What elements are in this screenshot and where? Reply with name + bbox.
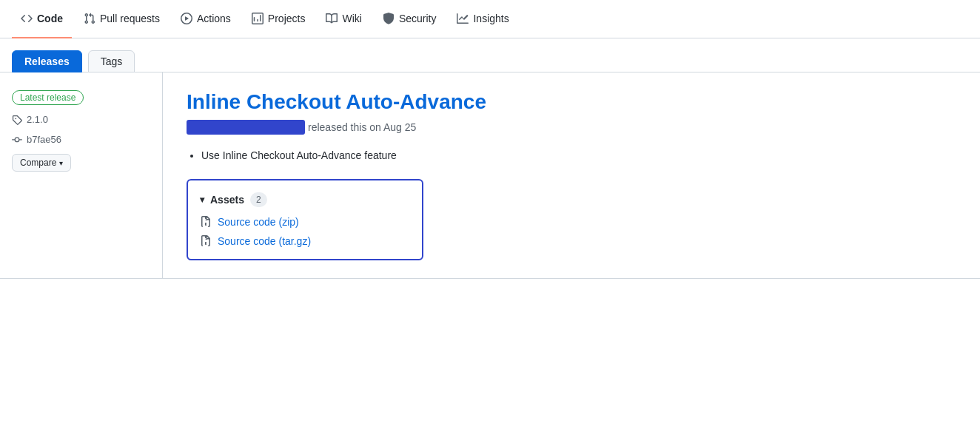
asset-label-zip: Source code (zip) xyxy=(218,216,299,228)
assets-chevron-icon: ▾ xyxy=(200,195,204,205)
compare-chevron-icon: ▾ xyxy=(59,159,63,167)
graph-icon xyxy=(457,13,469,24)
main-content: Latest release 2.1.0 b7fae56 Compare ▾ xyxy=(0,72,980,279)
top-nav: Code Pull requests Actions Projects xyxy=(0,0,980,38)
nav-label-security: Security xyxy=(399,13,437,24)
nav-item-projects[interactable]: Projects xyxy=(243,0,315,38)
sidebar: Latest release 2.1.0 b7fae56 Compare ▾ xyxy=(0,72,163,278)
nav-label-pull-requests: Pull requests xyxy=(100,13,160,24)
release-body: Use Inline Checkout Auto-Advance feature xyxy=(187,149,956,161)
play-icon xyxy=(181,13,192,24)
asset-item-targz[interactable]: Source code (tar.gz) xyxy=(200,235,410,247)
tag-icon xyxy=(12,115,22,125)
assets-list: Source code (zip) Source code (tar.gz) xyxy=(200,216,410,247)
assets-count-badge: 2 xyxy=(250,192,267,207)
assets-label: Assets xyxy=(210,194,244,206)
release-released-text: released this on Aug 25 xyxy=(308,121,416,133)
targz-file-icon xyxy=(200,235,212,247)
projects-icon xyxy=(252,13,264,24)
tag-version: 2.1.0 xyxy=(27,114,48,125)
release-body-item: Use Inline Checkout Auto-Advance feature xyxy=(201,149,956,161)
git-pull-request-icon xyxy=(84,13,95,24)
asset-label-targz: Source code (tar.gz) xyxy=(218,235,311,247)
release-body-list: Use Inline Checkout Auto-Advance feature xyxy=(187,149,956,161)
nav-label-code: Code xyxy=(37,13,63,24)
tab-releases[interactable]: Releases xyxy=(12,50,82,72)
shield-icon xyxy=(383,13,395,24)
assets-header[interactable]: ▾ Assets 2 xyxy=(200,192,410,207)
release-title: Inline Checkout Auto-Advance xyxy=(187,90,956,114)
nav-label-actions: Actions xyxy=(197,13,231,24)
latest-release-badge: Latest release xyxy=(12,90,150,105)
nav-item-security[interactable]: Security xyxy=(374,0,446,38)
compare-label: Compare xyxy=(20,158,56,168)
assets-box: ▾ Assets 2 Source code (zip) xyxy=(187,179,423,260)
nav-label-wiki: Wiki xyxy=(342,13,361,24)
commit-hash: b7fae56 xyxy=(27,134,61,145)
release-detail: Inline Checkout Auto-Advance released th… xyxy=(163,72,980,278)
commit-icon xyxy=(12,135,22,145)
nav-item-code[interactable]: Code xyxy=(12,0,72,38)
nav-item-pull-requests[interactable]: Pull requests xyxy=(75,0,169,38)
tabs-bar: Releases Tags xyxy=(0,38,980,72)
release-meta: released this on Aug 25 xyxy=(187,120,956,135)
tag-row: 2.1.0 xyxy=(12,114,150,125)
zip-file-icon xyxy=(200,216,212,228)
user-avatar-placeholder xyxy=(187,120,305,135)
compare-btn-wrapper: Compare ▾ xyxy=(12,154,150,172)
book-icon xyxy=(326,13,338,24)
nav-label-projects: Projects xyxy=(268,13,306,24)
nav-label-insights: Insights xyxy=(473,13,509,24)
asset-item-zip[interactable]: Source code (zip) xyxy=(200,216,410,228)
commit-row: b7fae56 xyxy=(12,134,150,145)
nav-item-insights[interactable]: Insights xyxy=(448,0,517,38)
compare-button[interactable]: Compare ▾ xyxy=(12,154,71,172)
nav-item-wiki[interactable]: Wiki xyxy=(317,0,370,38)
nav-item-actions[interactable]: Actions xyxy=(172,0,240,38)
tab-tags[interactable]: Tags xyxy=(88,50,135,72)
code-icon xyxy=(21,13,33,24)
